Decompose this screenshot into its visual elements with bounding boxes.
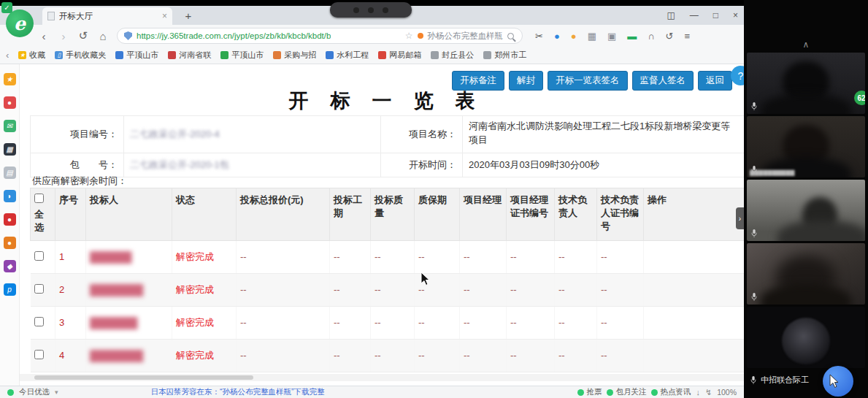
- open-time-value: 2020年03月03日09时30分00秒: [463, 153, 744, 177]
- row-number: 1: [55, 240, 86, 273]
- back-button[interactable]: ‹: [38, 30, 50, 42]
- toolbar-icon[interactable]: ●: [554, 31, 560, 41]
- minimize-icon[interactable]: —: [690, 10, 699, 20]
- toolbar-icon[interactable]: ✂: [535, 31, 543, 41]
- status-tool-item[interactable]: 包月关注: [607, 387, 646, 397]
- horizontal-scrollbar[interactable]: [20, 374, 744, 381]
- toolbar-icon[interactable]: ∩: [648, 31, 654, 41]
- project-info: 项目编号： 二七政采公开-2020-4 项目名称： 河南省南水北调防洪影响处理工…: [30, 115, 744, 177]
- bookmarks-bar: ‹ ★ 收藏 ▯ 手机收藏夹 平顶山市 河南省联 平顶山市: [0, 47, 744, 64]
- collapse-panel-handle[interactable]: ›: [736, 207, 744, 229]
- status-news-link[interactable]: 日本囚禁芳容在东：“孙杨公布完整血样瓶”下载完整: [151, 387, 325, 397]
- bookmark-item[interactable]: 水利工程: [326, 50, 369, 61]
- bookmarks-overflow-icon[interactable]: ‹: [6, 50, 9, 61]
- bookmark-favicon-icon: [483, 51, 491, 59]
- new-tab-button[interactable]: +: [180, 8, 196, 23]
- tab-close-icon[interactable]: ×: [162, 11, 167, 21]
- row-select-cell: [31, 306, 55, 339]
- decrypt-status: 解密完成: [172, 273, 237, 306]
- boost-icon[interactable]: ↯: [705, 388, 712, 397]
- hot-search-text[interactable]: 孙杨公布完整血样瓶: [428, 31, 504, 42]
- recording-toolbar-pill[interactable]: [330, 2, 412, 18]
- today-pick-icon: [7, 389, 14, 396]
- manager-cell: --: [460, 339, 507, 372]
- bookmark-item[interactable]: ▯ 手机收藏夹: [55, 50, 106, 61]
- bidder-cell: █████████: [86, 273, 172, 306]
- caret-down-icon[interactable]: ▾: [55, 389, 58, 396]
- bid-price-cell: --: [237, 339, 330, 372]
- video-feed[interactable]: [747, 243, 865, 305]
- dock-app-icon[interactable]: ●: [4, 213, 16, 226]
- video-feed[interactable]: ▇▇▇▇▇▇▇▇▇▇: [747, 116, 865, 177]
- bookmark-label: 平顶山市: [126, 50, 158, 61]
- pill-dot-icon: [353, 7, 359, 13]
- video-feed[interactable]: 62: [747, 53, 865, 114]
- bookmark-favicon-icon: [220, 51, 228, 59]
- row-checkbox[interactable]: [34, 350, 44, 359]
- help-bubble[interactable]: ?: [731, 66, 744, 85]
- bookmark-item[interactable]: 平顶山市: [220, 50, 264, 61]
- toolbar-icon[interactable]: ●: [571, 31, 577, 41]
- home-button[interactable]: ⌂: [97, 30, 109, 42]
- row-checkbox[interactable]: [34, 317, 44, 326]
- toolbar-icon[interactable]: ▣: [607, 31, 616, 41]
- browser-status-bar: 今日优选 ▾ 日本囚禁芳容在东：“孙杨公布完整血样瓶”下载完整 抢票包月关注热点…: [0, 386, 744, 398]
- toolbar-icon[interactable]: ▦: [588, 31, 596, 41]
- panel-action-button[interactable]: [823, 366, 853, 397]
- bid-price-cell: --: [237, 273, 330, 306]
- dock-app-icon[interactable]: ★: [4, 73, 16, 85]
- status-tool-item[interactable]: 抢票: [577, 387, 602, 397]
- bookmark-item[interactable]: 平顶山市: [115, 50, 158, 61]
- column-header: 投标质量: [371, 188, 415, 241]
- bookmark-star-icon[interactable]: ☆: [405, 31, 413, 41]
- bidder-cell: ███████: [86, 240, 172, 273]
- bookmark-item[interactable]: 郑州市工: [483, 50, 526, 61]
- row-checkbox[interactable]: [34, 284, 44, 294]
- today-pick-label[interactable]: 今日优选: [19, 387, 50, 397]
- video-feed[interactable]: [747, 307, 865, 368]
- dock-app-icon[interactable]: ●: [4, 237, 16, 249]
- toolbar-icon[interactable]: ≡: [684, 31, 690, 41]
- bookmark-item[interactable]: ★ 收藏: [18, 50, 45, 61]
- bookmark-item[interactable]: 网易邮箱: [378, 50, 421, 61]
- toolbar-icon[interactable]: ▬: [627, 31, 637, 41]
- dock-app-icon[interactable]: ●: [4, 96, 16, 109]
- decrypt-status: 解密完成: [172, 339, 237, 372]
- video-feed[interactable]: [747, 180, 865, 241]
- dock-app-icon[interactable]: ▦: [4, 143, 16, 156]
- bookmark-item[interactable]: 封丘县公: [431, 50, 474, 61]
- close-icon[interactable]: ×: [733, 10, 738, 20]
- dock-app-icon[interactable]: ✉: [4, 120, 16, 132]
- tab-bid-opening-hall[interactable]: 开标大厅 ×: [42, 7, 172, 25]
- refresh-button[interactable]: ↺: [77, 29, 89, 42]
- participant-silhouette: [782, 318, 830, 364]
- pin-window-icon[interactable]: ◫: [667, 10, 675, 20]
- video-conference-panel: ∧ 62: [744, 0, 868, 398]
- select-all-checkbox[interactable]: [34, 194, 44, 203]
- warranty-cell: --: [415, 306, 460, 339]
- browser-logo[interactable]: e: [6, 9, 34, 37]
- recorder-status-icon: ✓: [1, 2, 12, 13]
- dock-app-icon[interactable]: ▤: [4, 167, 16, 179]
- download-icon[interactable]: ↓: [696, 388, 700, 397]
- bookmark-item[interactable]: 河南省联: [168, 50, 211, 61]
- participant-name-redacted: ▇▇▇▇▇▇▇▇▇▇: [750, 169, 862, 176]
- address-input[interactable]: https://jy.365trade.com.cn/jypt/eps/zb/k…: [117, 28, 523, 44]
- microphone-icon: [750, 292, 758, 302]
- zoom-level[interactable]: 100%: [717, 388, 737, 397]
- dock-app-icon[interactable]: ◗: [4, 190, 16, 202]
- maximize-icon[interactable]: □: [713, 10, 718, 20]
- search-icon[interactable]: [507, 33, 514, 39]
- bidder-name-redacted: ████████: [90, 317, 136, 329]
- status-tool-item[interactable]: 热点资讯: [651, 387, 691, 397]
- row-checkbox[interactable]: [34, 251, 44, 261]
- project-no-cell: 二七政采公开-2020-4: [124, 116, 381, 153]
- forward-button[interactable]: ›: [58, 30, 69, 42]
- collapse-chevron-icon[interactable]: ∧: [744, 39, 868, 50]
- dock-app-icon[interactable]: p: [4, 283, 16, 296]
- toolbar-icon[interactable]: ↺: [666, 31, 674, 41]
- scrollbar-thumb[interactable]: [34, 375, 253, 380]
- bookmark-item[interactable]: 采购与招: [273, 50, 316, 61]
- duration-cell: --: [330, 273, 371, 306]
- dock-app-icon[interactable]: ◆: [4, 260, 16, 272]
